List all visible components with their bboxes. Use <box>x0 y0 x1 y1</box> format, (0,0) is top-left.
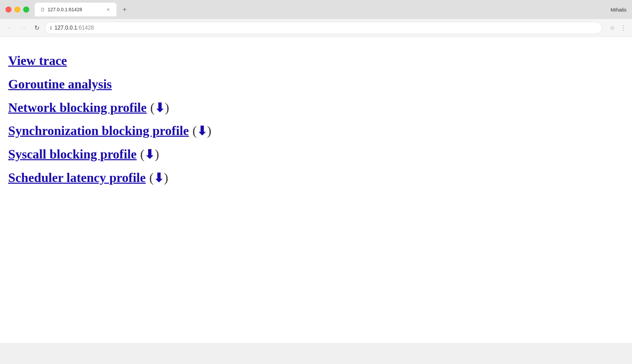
download-arrow-icon[interactable]: ⬇ <box>197 121 207 141</box>
user-name: Mihalis <box>611 7 627 13</box>
back-button[interactable]: ← <box>4 22 15 33</box>
address-actions: ☆ ⋮ <box>607 23 628 33</box>
paren-close: ) <box>155 147 159 161</box>
network-blocking-profile-link[interactable]: Network blocking profile <box>8 100 147 115</box>
tab-title: 127.0.0.1:61428 <box>48 7 103 12</box>
paren-open: ( <box>150 100 155 115</box>
bookmark-button[interactable]: ☆ <box>607 23 617 33</box>
menu-button[interactable]: ⋮ <box>618 23 628 33</box>
paren-open: ( <box>192 123 197 138</box>
forward-button[interactable]: → <box>18 22 29 33</box>
menu-icon: ⋮ <box>620 24 626 32</box>
goroutine-analysis-link[interactable]: Goroutine analysis <box>8 77 112 91</box>
download-arrow-icon[interactable]: ⬇ <box>154 168 164 188</box>
minimize-window-button[interactable] <box>14 6 20 13</box>
syscall-blocking-profile-link[interactable]: Syscall blocking profile <box>8 147 137 161</box>
paren-open: ( <box>149 170 154 185</box>
page-content: View trace Goroutine analysis Network bl… <box>0 37 632 343</box>
list-item: Syscall blocking profile (⬇) <box>8 144 624 165</box>
address-text: 127.0.0.1:61428 <box>54 25 94 31</box>
title-bar: 🗋 127.0.0.1:61428 × + Mihalis <box>0 0 632 19</box>
address-bar[interactable]: ℹ 127.0.0.1:61428 <box>45 22 602 34</box>
links-list: View trace Goroutine analysis Network bl… <box>8 50 624 191</box>
reload-icon: ↻ <box>34 24 40 32</box>
list-item: Goroutine analysis <box>8 74 624 95</box>
nav-bar: ← → ↻ ℹ 127.0.0.1:61428 ☆ ⋮ <box>0 19 632 37</box>
new-tab-button[interactable]: + <box>119 4 130 15</box>
list-item: Network blocking profile (⬇) <box>8 97 624 118</box>
address-port: :61428 <box>77 25 94 31</box>
back-icon: ← <box>6 24 13 31</box>
synchronization-blocking-profile-link[interactable]: Synchronization blocking profile <box>8 123 189 138</box>
maximize-window-button[interactable] <box>23 6 29 13</box>
paren-close: ) <box>164 170 168 185</box>
list-item: Synchronization blocking profile (⬇) <box>8 120 624 141</box>
reload-button[interactable]: ↻ <box>31 22 42 33</box>
new-tab-icon: + <box>123 6 127 14</box>
paren-close: ) <box>207 123 211 138</box>
browser-chrome: 🗋 127.0.0.1:61428 × + Mihalis ← → ↻ ℹ 12… <box>0 0 632 37</box>
list-item: View trace <box>8 50 624 71</box>
list-item: Scheduler latency profile (⬇) <box>8 167 624 188</box>
star-icon: ☆ <box>610 24 615 32</box>
tab-bar: 🗋 127.0.0.1:61428 × + <box>35 3 611 16</box>
page-icon: 🗋 <box>40 7 45 12</box>
close-window-button[interactable] <box>5 6 12 13</box>
download-arrow-icon[interactable]: ⬇ <box>144 145 155 164</box>
paren-open: ( <box>140 147 145 161</box>
forward-icon: → <box>20 24 26 31</box>
download-arrow-icon[interactable]: ⬇ <box>155 98 165 118</box>
info-icon: ℹ <box>50 25 52 31</box>
paren-close: ) <box>165 100 169 115</box>
view-trace-link[interactable]: View trace <box>8 53 67 68</box>
scheduler-latency-profile-link[interactable]: Scheduler latency profile <box>8 170 146 185</box>
address-host: 127.0.0.1 <box>54 25 77 31</box>
window-controls <box>5 6 29 13</box>
tab-close-button[interactable]: × <box>106 6 111 13</box>
active-tab[interactable]: 🗋 127.0.0.1:61428 × <box>35 3 116 16</box>
